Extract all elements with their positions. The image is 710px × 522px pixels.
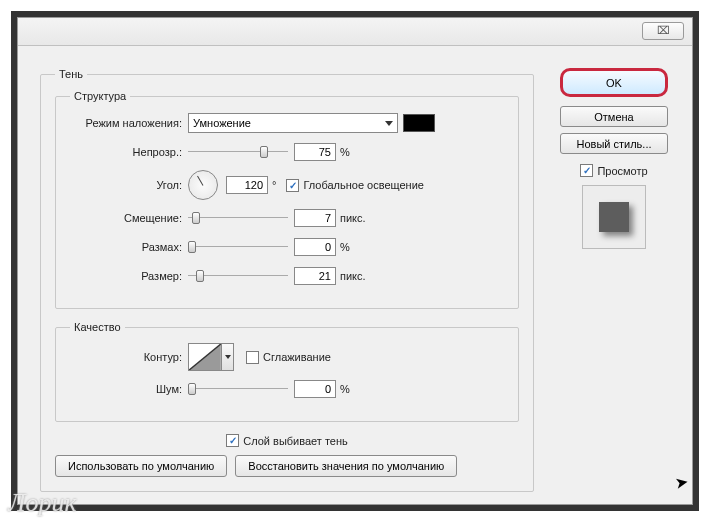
preview-label[interactable]: Просмотр — [597, 165, 647, 177]
slider-thumb[interactable] — [260, 146, 268, 158]
angle-input[interactable] — [226, 176, 268, 194]
preview-box — [582, 185, 646, 249]
close-icon[interactable]: ⌧ — [642, 22, 684, 40]
layer-knocks-label[interactable]: Слой выбивает тень — [243, 435, 348, 447]
slider-thumb[interactable] — [188, 241, 196, 253]
spread-slider[interactable] — [188, 237, 288, 257]
quality-group: Качество Контур: — [55, 321, 519, 422]
distance-slider[interactable] — [188, 208, 288, 228]
spread-input[interactable] — [294, 238, 336, 256]
opacity-unit: % — [340, 146, 350, 158]
opacity-slider[interactable] — [188, 142, 288, 162]
distance-label: Смещение: — [70, 212, 188, 224]
angle-degree: ° — [272, 179, 276, 191]
contour-icon — [189, 344, 221, 370]
noise-slider[interactable] — [188, 379, 288, 399]
antialias-label[interactable]: Сглаживание — [263, 351, 331, 363]
structure-legend: Структура — [70, 90, 130, 102]
distance-input[interactable] — [294, 209, 336, 227]
antialias-checkbox[interactable] — [246, 351, 259, 364]
noise-input[interactable] — [294, 380, 336, 398]
color-swatch[interactable] — [403, 114, 435, 132]
titlebar: ⌧ — [18, 18, 692, 46]
shadow-legend: Тень — [55, 68, 87, 80]
quality-legend: Качество — [70, 321, 125, 333]
blend-mode-label: Режим наложения: — [70, 117, 188, 129]
slider-thumb[interactable] — [192, 212, 200, 224]
angle-dial[interactable] — [188, 170, 218, 200]
contour-dropdown[interactable] — [222, 343, 234, 371]
new-style-button[interactable]: Новый стиль... — [560, 133, 668, 154]
size-label: Размер: — [70, 270, 188, 282]
size-unit: пикс. — [340, 270, 366, 282]
layer-knocks-checkbox[interactable] — [226, 434, 239, 447]
chevron-down-icon — [385, 121, 393, 126]
blend-mode-combo[interactable]: Умножение — [188, 113, 398, 133]
reset-default-button[interactable]: Восстановить значения по умолчанию — [235, 455, 457, 477]
make-default-button[interactable]: Использовать по умолчанию — [55, 455, 227, 477]
slider-thumb[interactable] — [188, 383, 196, 395]
opacity-label: Непрозр.: — [70, 146, 188, 158]
ok-button[interactable]: OK — [560, 68, 668, 97]
global-light-checkbox[interactable] — [286, 179, 299, 192]
slider-thumb[interactable] — [196, 270, 204, 282]
distance-unit: пикс. — [340, 212, 366, 224]
structure-group: Структура Режим наложения: Умножение — [55, 90, 519, 309]
blend-mode-value: Умножение — [193, 117, 251, 129]
spread-label: Размах: — [70, 241, 188, 253]
opacity-input[interactable] — [294, 143, 336, 161]
global-light-label[interactable]: Глобальное освещение — [303, 179, 424, 191]
angle-label: Угол: — [70, 179, 188, 191]
spread-unit: % — [340, 241, 350, 253]
noise-label: Шум: — [70, 383, 188, 395]
preview-swatch — [599, 202, 629, 232]
contour-label: Контур: — [70, 351, 188, 363]
cancel-button[interactable]: Отмена — [560, 106, 668, 127]
preview-checkbox[interactable] — [580, 164, 593, 177]
size-input[interactable] — [294, 267, 336, 285]
noise-unit: % — [340, 383, 350, 395]
contour-picker[interactable] — [188, 343, 222, 371]
size-slider[interactable] — [188, 266, 288, 286]
shadow-group: Тень Структура Режим наложения: Умножени… — [40, 68, 534, 492]
